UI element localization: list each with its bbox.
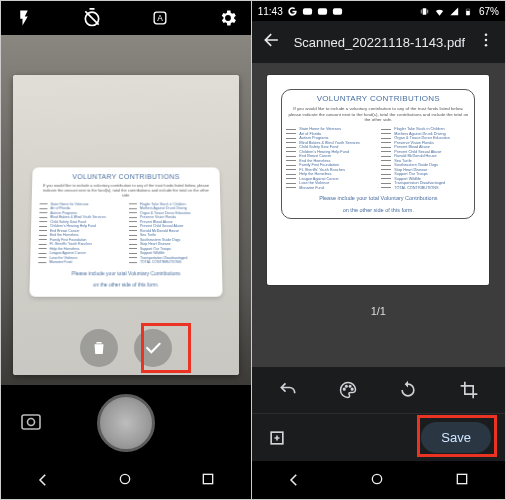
wifi-icon — [434, 6, 445, 17]
doc-line-item: Support Our Troops — [381, 172, 470, 176]
svg-rect-9 — [333, 8, 342, 14]
svg-rect-7 — [303, 8, 312, 14]
pdf-viewer[interactable]: VOLUNTARY CONTRIBUTIONS If you would lik… — [252, 63, 505, 367]
more-icon[interactable] — [477, 31, 495, 53]
camera-viewfinder: VOLUNTARY CONTRIBUTIONS If you would lik… — [1, 35, 251, 385]
pdf-page: VOLUNTARY CONTRIBUTIONS If you would lik… — [267, 75, 489, 285]
svg-point-5 — [120, 474, 129, 483]
doc-line-item: Organ & Tissue Donor Education — [381, 136, 470, 140]
gallery-icon[interactable] — [17, 410, 47, 436]
svg-point-13 — [485, 33, 488, 36]
svg-point-16 — [344, 388, 346, 390]
svg-point-4 — [28, 419, 35, 426]
google-icon — [287, 6, 298, 17]
doc-line-item: Lose the Violence — [286, 181, 375, 185]
captured-photo-frame: VOLUNTARY CONTRIBUTIONS If you would lik… — [13, 75, 239, 375]
page-indicator: 1/1 — [371, 305, 386, 317]
crop-icon[interactable] — [458, 379, 480, 401]
svg-rect-22 — [457, 474, 466, 483]
doc-line-item: State Home for Veterans — [286, 127, 375, 131]
back-icon[interactable] — [262, 30, 282, 54]
doc-line-item: Manatee Fund — [286, 186, 375, 190]
doc-line-item: Blind Babies & Blind Youth Services — [286, 141, 375, 145]
flash-icon[interactable] — [13, 7, 35, 29]
doc-line-item: Child Safety Seat Fund — [286, 145, 375, 149]
doc-line-item: Prevent Child Sexual Abuse — [381, 150, 470, 154]
doc-line-item: Stop Heart Disease — [381, 168, 470, 172]
undo-icon[interactable] — [277, 379, 299, 401]
doc-line-item: Children's Hearing Help Fund — [286, 150, 375, 154]
svg-point-14 — [485, 39, 488, 42]
doc-line-item: Mothers Against Drunk Driving — [381, 132, 470, 136]
capture-actions — [13, 329, 239, 367]
svg-text:A: A — [157, 13, 163, 23]
doc-line-item: Family First Foundation — [286, 163, 375, 167]
rotate-icon[interactable] — [397, 379, 419, 401]
doc-title: VOLUNTARY CONTRIBUTIONS — [40, 173, 212, 180]
doc-subtitle: If you would like to include a voluntary… — [286, 106, 470, 123]
shutter-button[interactable] — [97, 394, 155, 452]
nav-home-icon[interactable] — [369, 471, 387, 489]
status-time: 11:43 — [258, 6, 283, 17]
doc-footer-line1: Please include your total Voluntary Cont… — [286, 195, 470, 202]
doc-line-item: End the Homeless — [286, 159, 375, 163]
vibrate-icon — [419, 6, 430, 17]
android-navbar — [1, 461, 251, 499]
svg-rect-8 — [318, 8, 327, 14]
doc-line-item: League Against Cancer — [286, 177, 375, 181]
pdf-viewer-screen: 11:43 67% Scanned_20221118-1143.pdf VOLU… — [251, 1, 505, 499]
status-battery: 67% — [479, 6, 499, 17]
palette-icon[interactable] — [337, 379, 359, 401]
svg-rect-10 — [423, 8, 427, 14]
svg-rect-6 — [203, 474, 212, 483]
doc-line-item: Flagler Take Stock in Children — [381, 127, 470, 131]
android-navbar — [252, 461, 505, 499]
appbar-title: Scanned_20221118-1143.pdf — [294, 35, 465, 50]
doc-line-item: Southeastern Guide Dogs — [381, 163, 470, 167]
nav-back-icon[interactable] — [285, 471, 303, 489]
doc-line-item: Autism Programs — [286, 136, 375, 140]
doc-line-item: FL Sheriffs' Youth Ranches — [286, 168, 375, 172]
svg-point-19 — [351, 388, 353, 390]
nav-recent-icon[interactable] — [200, 471, 218, 489]
doc-line-item: Ronald McDonald House — [381, 154, 470, 158]
auto-mode-icon[interactable]: A — [149, 7, 171, 29]
doc-line-item: Preserve Vision Florida — [381, 141, 470, 145]
svg-rect-12 — [466, 11, 469, 15]
nav-home-icon[interactable] — [117, 471, 135, 489]
gear-icon[interactable] — [217, 7, 239, 29]
delete-button[interactable] — [80, 329, 118, 367]
tutorial-highlight-save — [417, 415, 497, 457]
svg-point-21 — [373, 474, 382, 483]
doc-line-item: Art of Florida — [286, 132, 375, 136]
doc-line-item: Manatee Fund — [38, 260, 123, 264]
tutorial-highlight-confirm — [141, 323, 191, 373]
add-page-icon[interactable] — [266, 427, 288, 449]
doc-line-item: End Breast Cancer — [286, 154, 375, 158]
doc-footer-line2: on the other side of this form. — [286, 207, 470, 214]
doc-footer-line2: on the other side of this form. — [38, 282, 215, 289]
scanned-document-preview: VOLUNTARY CONTRIBUTIONS If you would lik… — [29, 168, 222, 297]
doc-subtitle: If you would like to include a voluntary… — [40, 183, 213, 198]
svg-point-17 — [346, 385, 348, 387]
youtube-icon — [302, 6, 313, 17]
nav-recent-icon[interactable] — [454, 471, 472, 489]
doc-footer-line1: Please include your total Voluntary Cont… — [38, 270, 214, 277]
svg-point-18 — [349, 385, 351, 387]
doc-line-item: Sea Turtle — [381, 159, 470, 163]
scanned-document: VOLUNTARY CONTRIBUTIONS If you would lik… — [281, 89, 475, 219]
svg-rect-3 — [22, 415, 40, 429]
camera-bottom-bar — [1, 385, 251, 461]
battery-icon — [464, 6, 475, 17]
youtube-icon — [317, 6, 328, 17]
signal-icon — [449, 6, 460, 17]
camera-top-toolbar: A — [1, 1, 251, 35]
appbar: Scanned_20221118-1143.pdf — [252, 21, 505, 63]
status-bar: 11:43 67% — [252, 1, 505, 21]
nav-back-icon[interactable] — [34, 471, 52, 489]
doc-title: VOLUNTARY CONTRIBUTIONS — [286, 94, 470, 103]
timer-off-icon[interactable] — [81, 7, 103, 29]
camera-screen: A VOLUNTARY CONTRIBUTIONS If you would l… — [1, 1, 251, 499]
svg-point-15 — [485, 44, 488, 47]
doc-line-item: Support Wildlife — [381, 177, 470, 181]
